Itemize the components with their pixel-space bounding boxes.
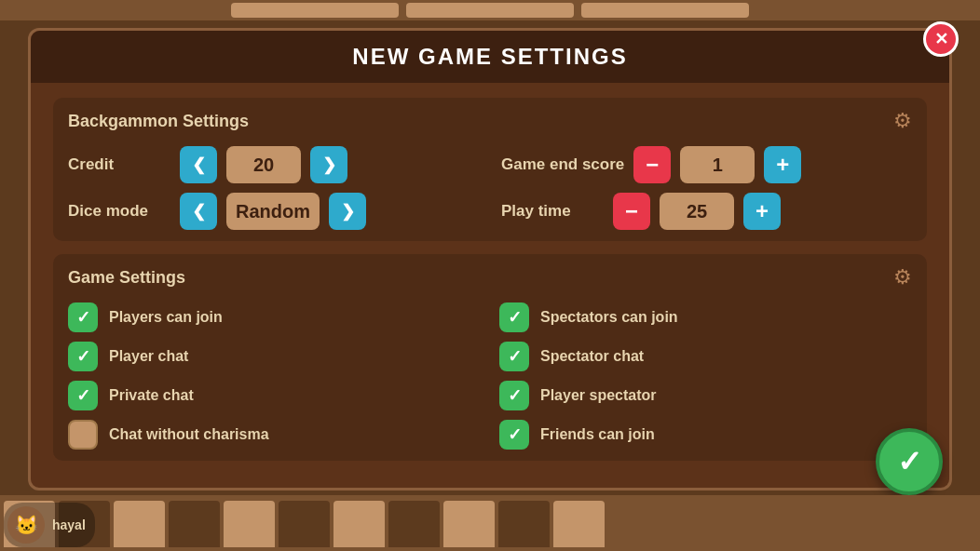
player-chat-label: Player chat	[109, 348, 188, 365]
chat-without-charisma-label: Chat without charisma	[109, 426, 269, 443]
backgammon-row-2: Dice mode ❮ Random ❯ Play time − 25 +	[68, 193, 912, 230]
backgammon-section-title: Backgammon Settings	[68, 112, 249, 131]
play-time-label: Play time	[501, 202, 604, 221]
chat-without-charisma-checkbox[interactable]	[68, 420, 98, 450]
bottom-piece-9	[443, 501, 495, 547]
game-end-score-setting: Game end score − 1 +	[501, 146, 912, 183]
checkbox-players-can-join: ✓ Players can join	[68, 302, 481, 332]
backgammon-settings-section: Backgammon Settings ⚙ Credit ❮ 20 ❯ Game…	[53, 98, 927, 241]
top-bar-piece-3	[581, 3, 749, 18]
spectator-chat-checkbox[interactable]: ✓	[499, 342, 529, 371]
settings-modal: NEW GAME SETTINGS ✕ Backgammon Settings …	[28, 28, 952, 491]
game-end-score-plus[interactable]: +	[764, 146, 801, 183]
game-gear-icon: ⚙	[893, 265, 912, 289]
dice-mode-setting: Dice mode ❮ Random ❯	[68, 193, 479, 230]
private-chat-label: Private chat	[109, 387, 194, 404]
game-end-score-value: 1	[680, 146, 755, 183]
private-chat-checkbox[interactable]: ✓	[68, 381, 98, 410]
credit-right-arrow[interactable]: ❯	[310, 146, 347, 183]
dice-mode-value: Random	[226, 193, 320, 230]
avatar: 🐱	[7, 506, 45, 544]
bottom-piece-5	[224, 501, 275, 547]
top-bar-piece-1	[231, 3, 399, 18]
player-spectator-label: Player spectator	[540, 387, 657, 404]
play-time-setting: Play time − 25 +	[501, 193, 912, 230]
modal-header: NEW GAME SETTINGS ✕	[31, 31, 949, 83]
modal-body: Backgammon Settings ⚙ Credit ❮ 20 ❯ Game…	[31, 83, 949, 488]
dice-mode-right-arrow[interactable]: ❯	[329, 193, 366, 230]
checkbox-grid: ✓ Players can join ✓ Spectators can join…	[68, 302, 912, 450]
checkbox-friends-can-join: ✓ Friends can join	[499, 420, 912, 450]
credit-setting: Credit ❮ 20 ❯	[68, 146, 479, 183]
checkbox-chat-without-charisma: Chat without charisma	[68, 420, 481, 450]
play-time-plus[interactable]: +	[743, 193, 781, 230]
credit-left-arrow[interactable]: ❮	[180, 146, 217, 183]
bottom-piece-4	[169, 501, 220, 547]
confirm-icon: ✓	[897, 444, 922, 479]
game-settings-section: Game Settings ⚙ ✓ Players can join ✓ Spe…	[53, 254, 927, 461]
backgammon-row-1: Credit ❮ 20 ❯ Game end score − 1 +	[68, 146, 912, 183]
checkbox-player-chat: ✓ Player chat	[68, 342, 481, 371]
spectators-can-join-checkbox[interactable]: ✓	[499, 302, 529, 332]
backgammon-section-header: Backgammon Settings ⚙	[68, 109, 912, 133]
bottom-piece-3	[114, 501, 165, 547]
bottom-piece-8	[388, 501, 440, 547]
player-spectator-checkbox[interactable]: ✓	[499, 381, 529, 410]
bottom-piece-10	[498, 501, 550, 547]
friends-can-join-checkbox[interactable]: ✓	[499, 420, 529, 450]
top-bar-piece-2	[406, 3, 574, 18]
spectators-can-join-label: Spectators can join	[540, 309, 678, 326]
top-bar	[0, 0, 980, 20]
modal-title: NEW GAME SETTINGS	[352, 44, 627, 69]
bottom-bar: 🐱 hayal	[0, 495, 980, 551]
backgammon-gear-icon: ⚙	[893, 109, 912, 133]
checkbox-spectators-can-join: ✓ Spectators can join	[499, 302, 912, 332]
credit-label: Credit	[68, 155, 170, 174]
credit-value: 20	[226, 146, 301, 183]
players-can-join-checkbox[interactable]: ✓	[68, 302, 98, 332]
user-bar: 🐱 hayal	[4, 503, 95, 547]
checkbox-private-chat: ✓ Private chat	[68, 381, 481, 410]
play-time-minus[interactable]: −	[613, 193, 650, 230]
play-time-value: 25	[660, 193, 734, 230]
bottom-piece-11	[553, 501, 605, 547]
game-section-title: Game Settings	[68, 268, 185, 288]
spectator-chat-label: Spectator chat	[540, 348, 644, 365]
close-button[interactable]: ✕	[923, 21, 959, 57]
confirm-button[interactable]: ✓	[876, 428, 943, 495]
checkbox-player-spectator: ✓ Player spectator	[499, 381, 912, 410]
dice-mode-label: Dice mode	[68, 202, 170, 221]
bottom-piece-6	[279, 501, 330, 547]
dice-mode-left-arrow[interactable]: ❮	[180, 193, 217, 230]
username: hayal	[52, 517, 86, 532]
bottom-piece-7	[333, 501, 385, 547]
game-end-score-minus[interactable]: −	[633, 146, 671, 183]
backgammon-settings-rows: Credit ❮ 20 ❯ Game end score − 1 +	[68, 146, 912, 230]
game-section-header: Game Settings ⚙	[68, 265, 912, 289]
friends-can-join-label: Friends can join	[540, 426, 655, 443]
game-end-score-label: Game end score	[501, 155, 624, 174]
players-can-join-label: Players can join	[109, 309, 223, 326]
player-chat-checkbox[interactable]: ✓	[68, 342, 98, 371]
checkbox-spectator-chat: ✓ Spectator chat	[499, 342, 912, 371]
